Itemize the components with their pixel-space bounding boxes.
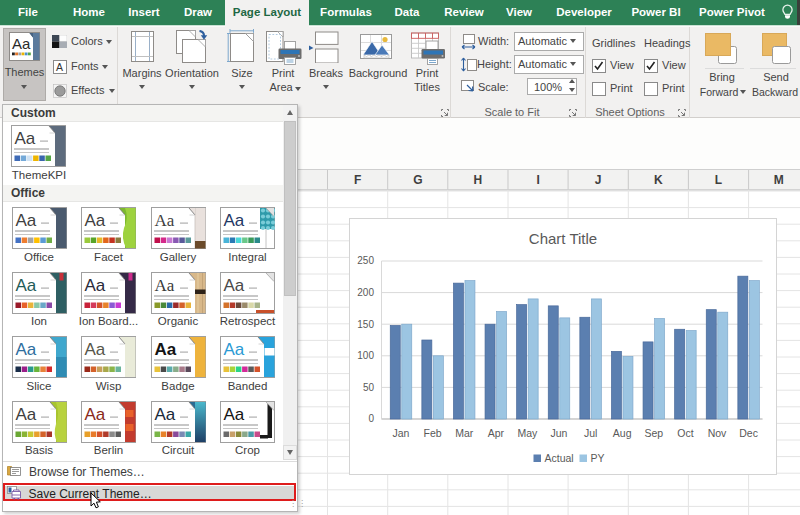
svg-text:Jun: Jun (550, 426, 567, 438)
svg-text:Apr: Apr (487, 426, 504, 438)
svg-text:L: L (715, 173, 722, 187)
svg-text:May: May (517, 426, 538, 438)
svg-text:Aa: Aa (224, 276, 245, 295)
svg-text:Aa: Aa (224, 211, 245, 230)
svg-text:Aa: Aa (85, 211, 106, 230)
svg-text:F: F (354, 173, 361, 187)
svg-text:Dec: Dec (739, 426, 758, 438)
svg-text:Chart Title: Chart Title (528, 229, 596, 246)
svg-text:Jul: Jul (583, 426, 596, 438)
svg-text:250: 250 (357, 255, 374, 266)
svg-text:PY: PY (590, 452, 604, 464)
svg-text:Aa: Aa (85, 405, 106, 424)
svg-text:0: 0 (368, 413, 374, 424)
svg-text:Aa: Aa (15, 340, 36, 359)
svg-text:A: A (56, 61, 63, 73)
svg-text:Aa: Aa (224, 340, 245, 359)
svg-text:G: G (413, 173, 422, 187)
svg-text:Aa: Aa (15, 276, 36, 295)
svg-text:200: 200 (357, 286, 374, 297)
svg-text:Feb: Feb (423, 426, 441, 438)
svg-text:Aa: Aa (154, 276, 174, 295)
svg-text:I: I (536, 173, 539, 187)
svg-text:Sep: Sep (644, 426, 663, 438)
svg-text:Aa: Aa (224, 405, 245, 424)
svg-text:Aa: Aa (154, 340, 176, 359)
svg-text:150: 150 (357, 318, 374, 329)
svg-text:Aa: Aa (154, 405, 175, 424)
svg-text:Oct: Oct (677, 426, 693, 438)
svg-text:50: 50 (362, 381, 374, 392)
svg-text:Aug: Aug (612, 426, 631, 438)
svg-text:Aa: Aa (15, 211, 36, 230)
svg-text:100: 100 (357, 350, 374, 361)
svg-text:Jan: Jan (392, 426, 409, 438)
svg-text:H: H (474, 173, 483, 187)
svg-text:M: M (774, 173, 784, 187)
svg-text:Aa: Aa (12, 35, 31, 52)
svg-text:Aa: Aa (15, 405, 36, 424)
svg-text:Actual: Actual (544, 452, 573, 464)
svg-text:K: K (654, 173, 663, 187)
svg-text:J: J (595, 173, 602, 187)
svg-text:Nov: Nov (707, 426, 726, 438)
svg-text:Aa: Aa (85, 276, 106, 295)
svg-text:Aa: Aa (154, 211, 174, 230)
svg-text:Aa: Aa (15, 129, 36, 148)
svg-text:Aa: Aa (85, 340, 106, 359)
svg-text:Mar: Mar (455, 426, 474, 438)
